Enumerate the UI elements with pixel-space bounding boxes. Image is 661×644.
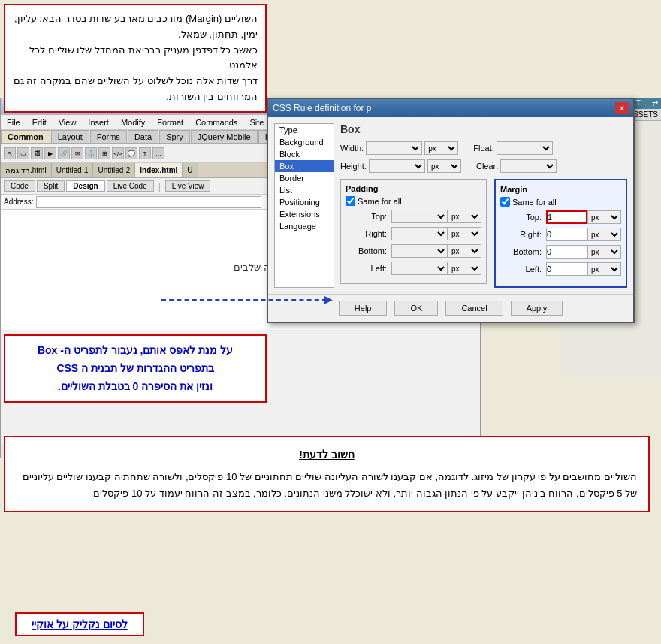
padding-top-unit[interactable]: px (448, 210, 481, 223)
menu-site[interactable]: Site (246, 117, 267, 128)
address-input[interactable] (36, 196, 261, 208)
tab-layout[interactable]: Layout (51, 130, 89, 143)
padding-left-select[interactable] (391, 262, 448, 275)
bottom-annotation-box: חשוב לדעת! השוליים מחושבים על פי עקרון ש… (4, 436, 650, 512)
icon-tag[interactable]: </> (112, 147, 124, 159)
icon-div[interactable]: ▭ (17, 147, 29, 159)
btn-liveview[interactable]: Live View (165, 180, 211, 192)
doc-tab-index[interactable]: index.html (135, 163, 183, 177)
margin-top-unit[interactable]: px (587, 210, 621, 224)
height-label: Height: (340, 162, 367, 171)
margin-right-input[interactable] (546, 228, 587, 241)
height-unit[interactable]: px (427, 159, 461, 173)
float-select[interactable] (497, 141, 553, 155)
padding-section: Padding Same for all Top: px Right: px (340, 179, 487, 284)
padding-top-select[interactable] (391, 210, 448, 223)
doc-tab-u[interactable]: U (183, 163, 198, 177)
dashed-arrow (161, 299, 327, 301)
icon-comment[interactable]: 💬 (125, 147, 137, 159)
margin-right-unit[interactable]: px (587, 228, 621, 241)
width-label: Width: (340, 144, 364, 153)
margin-section: Margin Same for all Top: px Right: px (494, 179, 627, 288)
margin-bottom-input[interactable] (546, 245, 587, 259)
width-select[interactable] (366, 141, 422, 155)
apply-button[interactable]: Apply (511, 301, 563, 316)
cancel-button[interactable]: Cancel (445, 301, 503, 316)
icon-anchor[interactable]: ⚓ (85, 147, 97, 159)
menu-view[interactable]: View (56, 117, 80, 128)
padding-right-select[interactable] (391, 227, 448, 240)
padding-left-unit[interactable]: px (448, 262, 481, 275)
btn-split[interactable]: Split (37, 180, 65, 192)
margin-left-unit[interactable]: px (587, 262, 621, 276)
dialog-titlebar: CSS Rule definition for p ✕ (268, 99, 633, 117)
close-button-area[interactable]: לסיום נקליק על אוקיי (15, 612, 144, 636)
btn-livecode[interactable]: Live Code (107, 180, 154, 192)
padding-bottom-select[interactable] (391, 244, 448, 258)
margin-left-input[interactable] (546, 262, 587, 276)
btn-code[interactable]: Code (4, 180, 35, 192)
clear-select[interactable] (500, 159, 557, 173)
margin-same-label: Same for all (512, 198, 557, 207)
padding-title: Padding (346, 184, 481, 193)
icon-template[interactable]: T (139, 147, 151, 159)
cat-box[interactable]: Box (275, 160, 334, 172)
cat-extensions[interactable]: Extensions (275, 208, 334, 220)
float-label: Float: (473, 144, 494, 153)
cat-language[interactable]: Language (275, 220, 334, 232)
dialog-body: Type Background Block Box Border List Po… (268, 117, 633, 294)
dialog-main-area: Box Width: px Float: Height: px (340, 123, 627, 288)
icon-more[interactable]: … (152, 147, 164, 159)
btn-design[interactable]: Design (66, 180, 104, 192)
cat-background[interactable]: Background (275, 136, 334, 148)
clear-label: Clear: (476, 162, 498, 171)
padding-right-label: Right: (346, 229, 387, 238)
tab-jquery[interactable]: JQuery Mobile (191, 130, 258, 143)
padding-same-label: Same for all (358, 197, 402, 206)
cat-type[interactable]: Type (275, 124, 334, 136)
icon-email[interactable]: ✉ (71, 147, 83, 159)
width-unit[interactable]: px (424, 141, 458, 155)
menu-format[interactable]: Format (154, 117, 186, 128)
mid-annotation-box: על מנת לאפס אותם, נעבור לתפריט ה- Box בת… (4, 334, 267, 403)
tab-forms[interactable]: Forms (90, 130, 127, 143)
close-button-label[interactable]: לסיום נקליק על אוקיי (32, 618, 128, 630)
css-rule-dialog: CSS Rule definition for p ✕ Type Backgro… (267, 98, 635, 323)
margin-top-label: Top: (500, 213, 542, 222)
icon-pointer[interactable]: ↖ (4, 147, 16, 159)
menu-modify[interactable]: Modify (118, 117, 148, 128)
icon-hyperlink[interactable]: 🔗 (58, 147, 70, 159)
icon-table[interactable]: ⊞ (98, 147, 110, 159)
address-label: Address: (4, 198, 33, 206)
margin-same-checkbox[interactable] (500, 197, 510, 207)
doc-tab-untitled1[interactable]: Untitled-1 (52, 163, 94, 177)
height-select[interactable] (369, 159, 425, 173)
padding-bottom-label: Bottom: (346, 246, 387, 255)
doc-tab-dogma[interactable]: הדוגמה.html (1, 163, 52, 177)
margin-bottom-unit[interactable]: px (587, 245, 621, 259)
padding-bottom-unit[interactable]: px (448, 244, 481, 258)
cat-positioning[interactable]: Positioning (275, 196, 334, 208)
menu-file[interactable]: File (4, 117, 23, 128)
icon-media[interactable]: ▶ (44, 147, 56, 159)
cat-border[interactable]: Border (275, 172, 334, 184)
menu-insert[interactable]: Insert (85, 117, 112, 128)
dialog-close-button[interactable]: ✕ (615, 102, 629, 114)
mid-annotation-text: על מנת לאפס אותם, נעבור לתפריט ה- Box בת… (13, 342, 258, 395)
help-button[interactable]: Help (339, 301, 388, 316)
padding-same-checkbox[interactable] (346, 196, 355, 206)
padding-left-row: Left: px (346, 262, 481, 275)
icon-image[interactable]: 🖼 (31, 147, 43, 159)
tab-common[interactable]: Common (1, 130, 50, 143)
menu-commands[interactable]: Commands (192, 117, 240, 128)
tab-spry[interactable]: Spry (159, 130, 190, 143)
menu-edit[interactable]: Edit (29, 117, 50, 128)
top-annotation-line1: השוליים (Margin) מורכבים מארבע שדות בסדר… (13, 11, 258, 43)
padding-right-unit[interactable]: px (448, 227, 481, 240)
margin-top-input[interactable] (546, 210, 587, 224)
ok-button[interactable]: OK (394, 301, 438, 316)
doc-tab-untitled2[interactable]: Untitled-2 (93, 163, 135, 177)
cat-block[interactable]: Block (275, 148, 334, 160)
cat-list[interactable]: List (275, 184, 334, 196)
tab-data[interactable]: Data (128, 130, 158, 143)
